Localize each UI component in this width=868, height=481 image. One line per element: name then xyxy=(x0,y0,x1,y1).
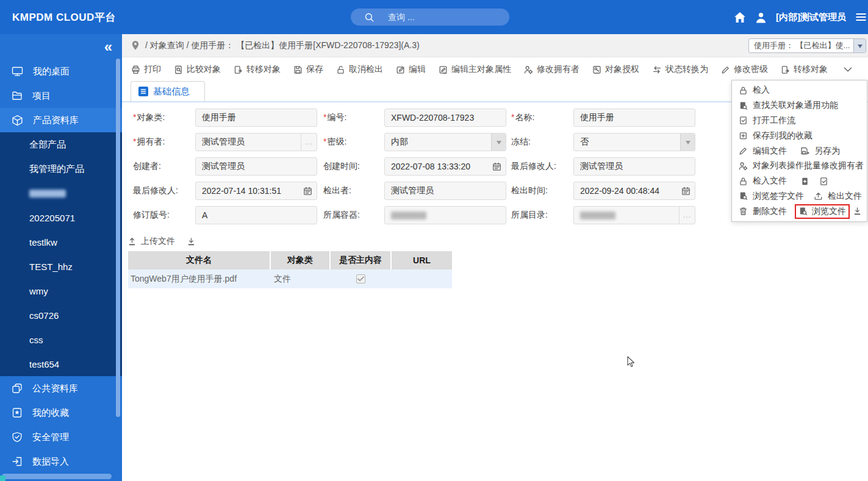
calendar-icon[interactable] xyxy=(303,187,312,196)
change-owner-button[interactable]: 修改拥有者 xyxy=(524,64,579,75)
sidebar-item-projects[interactable]: 项目 xyxy=(0,84,122,108)
checkout-user-field[interactable]: 测试管理员 xyxy=(384,182,506,200)
menu-item-check-out-file[interactable]: 检出文件 xyxy=(814,191,862,202)
download-file-icon-button[interactable] xyxy=(853,207,862,216)
security-level-select[interactable]: 内部 xyxy=(384,133,506,151)
print-button[interactable]: 打印 xyxy=(131,64,161,75)
subnav-item-css[interactable]: css xyxy=(0,327,122,352)
object-class-field[interactable]: 使用手册 xyxy=(195,109,317,127)
sidebar-item-my-favorites[interactable]: 我的收藏 xyxy=(0,401,122,425)
owner-field[interactable]: 测试管理员 ... xyxy=(195,133,317,151)
field-label: 创建者: xyxy=(133,161,195,172)
calendar-icon[interactable] xyxy=(681,187,690,196)
field-label: 拥有者: xyxy=(133,137,195,148)
menu-item-check-in-file[interactable]: 检入文件 xyxy=(739,176,787,187)
sidebar-item-public-library[interactable]: 公共资料库 xyxy=(0,376,122,401)
name-field[interactable]: 使用手册 xyxy=(573,109,695,127)
directory-field[interactable]: ... xyxy=(573,206,695,224)
menu-item-view-signed-file[interactable]: 浏览签字文件 xyxy=(739,191,804,202)
frozen-select[interactable]: 否 xyxy=(573,133,695,151)
corner-accent xyxy=(0,476,5,481)
select-arrow-button[interactable] xyxy=(680,134,695,151)
creator-field[interactable]: 测试管理员 xyxy=(195,157,317,176)
subnav-item-testlkw[interactable]: testlkw xyxy=(0,230,122,254)
search-input[interactable] xyxy=(388,12,492,22)
create-time-field[interactable]: 2022-07-08 13:33:20 xyxy=(384,157,506,176)
edit-button[interactable]: 编辑 xyxy=(396,64,426,75)
sidebar-item-data-import[interactable]: 数据导入 xyxy=(0,449,122,474)
edit-main-object-attrs-button[interactable]: 编辑主对象属性 xyxy=(439,64,511,75)
save-button[interactable]: 保存 xyxy=(293,64,323,75)
document-check-icon-button[interactable] xyxy=(819,177,828,186)
menu-item-check-in[interactable]: 检入 xyxy=(739,85,770,96)
menu-item-batch-change-owner[interactable]: 对象列表操作批量修改拥有者 xyxy=(739,160,864,171)
menu-item-find-related-objects[interactable]: 查找关联对象通用功能 xyxy=(739,100,838,111)
file-name-cell[interactable]: TongWeb7用户使用手册.pdf xyxy=(128,269,270,288)
menu-item-save-to-favorites[interactable]: 保存到我的收藏 xyxy=(739,130,812,141)
menu-item-view-file-highlighted[interactable]: 浏览文件 xyxy=(795,204,850,219)
dropdown-arrow-button[interactable] xyxy=(853,39,866,52)
sidebar-item-my-desktop[interactable]: 我的桌面 xyxy=(0,59,122,84)
document-plus-icon-button[interactable] xyxy=(800,177,809,186)
subnav-item-test654[interactable]: test654 xyxy=(0,352,122,376)
subnav-item-202205071[interactable]: 202205071 xyxy=(0,205,122,230)
revision-field[interactable]: A xyxy=(195,206,317,224)
menu-item-save-as[interactable]: 另存为 xyxy=(800,146,840,157)
container-field[interactable] xyxy=(384,206,506,224)
last-modified-time-field[interactable]: 2022-07-14 10:31:51 xyxy=(195,182,317,200)
user-gear-icon xyxy=(524,65,533,74)
sidebar-horizontal-scrollbar[interactable] xyxy=(2,474,112,479)
directory-picker-button[interactable]: ... xyxy=(679,207,695,224)
stacked-squares-icon xyxy=(12,383,23,394)
desktop-icon xyxy=(12,66,23,77)
cancel-checkout-button[interactable]: 取消检出 xyxy=(336,64,383,75)
menu-item-delete-file[interactable]: 删除文件 xyxy=(739,206,787,217)
hamburger-menu-icon[interactable] xyxy=(855,12,867,22)
state-transition-button[interactable]: 状态转换为 xyxy=(652,64,708,75)
home-icon[interactable] xyxy=(734,12,746,23)
download-file-button[interactable] xyxy=(187,237,196,246)
subnav-item-cs0726[interactable]: cs0726 xyxy=(0,303,122,327)
table-row[interactable]: TongWeb7用户使用手册.pdf 文件 xyxy=(128,269,452,288)
sidebar-item-label: 我的收藏 xyxy=(32,407,69,419)
transfer-object-button[interactable]: 转移对象 xyxy=(234,64,281,75)
global-search[interactable] xyxy=(351,9,509,26)
is-main-content-cell xyxy=(330,269,391,288)
field-label: 所属目录: xyxy=(511,210,573,221)
checkout-time-field[interactable]: 2022-09-24 00:48:44 xyxy=(573,182,695,200)
calendar-icon[interactable] xyxy=(492,162,501,171)
compare-object-button[interactable]: 比较对象 xyxy=(174,64,221,75)
change-security-level-button[interactable]: 修改密级 xyxy=(721,64,768,75)
document-search-icon xyxy=(798,207,808,216)
user-icon[interactable] xyxy=(755,12,767,23)
column-header-url: URL xyxy=(391,251,452,269)
owner-picker-button[interactable]: ... xyxy=(301,134,317,151)
current-user-label[interactable]: [内部]测试管理员 xyxy=(776,12,846,23)
object-selector-dropdown[interactable]: 使用手册： 【已检出】使... xyxy=(748,38,866,53)
menu-item-edit-file[interactable]: 编辑文件 xyxy=(739,146,787,157)
toolbar-more-button[interactable] xyxy=(842,64,853,75)
upload-file-button[interactable]: 上传文件 xyxy=(127,236,175,247)
sidebar-vertical-scrollbar[interactable] xyxy=(116,59,120,417)
subnav-item-redacted[interactable] xyxy=(0,181,122,205)
last-modifier-field[interactable]: 测试管理员 xyxy=(573,157,695,176)
transfer-object-button-2[interactable]: 转移对象 xyxy=(781,64,828,75)
sidebar-item-label: 产品资料库 xyxy=(33,115,79,126)
tab-basic-info[interactable]: 基础信息 xyxy=(131,81,205,101)
chevron-down-icon xyxy=(686,141,690,147)
subnav-item-my-managed-products[interactable]: 我管理的产品 xyxy=(0,157,122,181)
subnav-item-all-products[interactable]: 全部产品 xyxy=(0,132,122,157)
subnav-item-test-hhz[interactable]: TEST_hhz xyxy=(0,254,122,279)
menu-item-open-workflow[interactable]: 打开工作流 xyxy=(739,115,795,126)
main-content-checkbox xyxy=(356,274,365,283)
object-authorize-button[interactable]: 对象授权 xyxy=(592,64,639,75)
lock-icon xyxy=(739,86,748,95)
select-arrow-button[interactable] xyxy=(491,134,506,151)
number-field[interactable]: XFWD-220708-17923 xyxy=(384,109,506,127)
subnav-item-wmy[interactable]: wmy xyxy=(0,279,122,303)
sidebar-item-label: 公共资料库 xyxy=(32,383,78,394)
sidebar-item-security[interactable]: 安全管理 xyxy=(0,425,122,449)
file-actions-row: 上传文件 xyxy=(122,230,868,251)
sidebar-item-product-library[interactable]: 产品资料库 xyxy=(0,108,122,132)
sidebar-collapse-button[interactable]: « xyxy=(104,38,112,56)
